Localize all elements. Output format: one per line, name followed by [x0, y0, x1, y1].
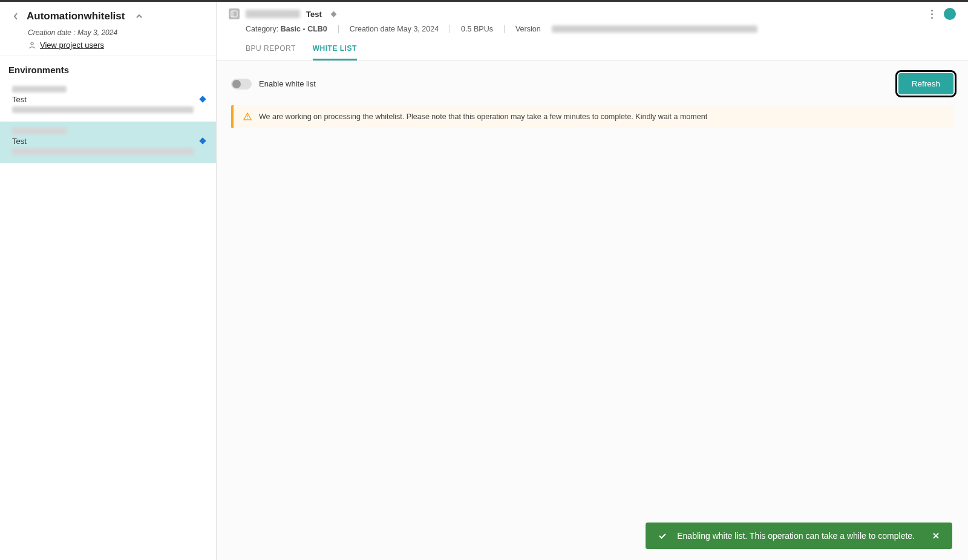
view-project-users-link[interactable]: View project users [40, 41, 104, 50]
redacted-text [12, 148, 194, 155]
chevron-left-icon [13, 12, 19, 21]
close-icon[interactable] [932, 532, 940, 540]
divider [450, 25, 450, 33]
redacted-text [12, 128, 67, 134]
sidebar: Automationwhitelist Creation date : May … [0, 2, 217, 560]
toggle-knob [232, 80, 241, 88]
redacted-text [552, 25, 757, 33]
user-icon [28, 41, 36, 50]
environments-title: Environments [8, 65, 214, 75]
sidebar-header: Automationwhitelist Creation date : May … [0, 2, 216, 56]
creation-date-text: Creation date May 3, 2024 [350, 25, 439, 33]
diamond-icon [330, 11, 336, 17]
more-actions-button[interactable] [927, 8, 937, 20]
collapse-sidebar-button[interactable] [229, 8, 240, 19]
environment-badge: Test [306, 10, 322, 19]
project-caret[interactable] [134, 11, 144, 21]
svg-rect-1 [231, 11, 237, 17]
creation-date-label: Creation date : May 3, 2024 [28, 28, 205, 37]
enable-whitelist-toggle[interactable] [231, 79, 252, 90]
tabs: BPU REPORT WHITE LIST [246, 44, 956, 60]
tab-white-list[interactable]: WHITE LIST [313, 44, 357, 60]
warning-icon [243, 112, 252, 121]
main-panel: Test Category: Basic - CLB0 Creation dat… [217, 2, 968, 560]
processing-alert: We are working on processing the whiteli… [231, 105, 953, 128]
alert-message: We are working on processing the whiteli… [259, 112, 707, 121]
svg-point-0 [31, 42, 33, 44]
user-avatar[interactable] [944, 8, 956, 20]
divider [504, 25, 505, 33]
redacted-text [246, 10, 300, 18]
environments-section-header: Environments [0, 56, 216, 80]
environment-type: Test [12, 95, 205, 104]
svg-point-4 [247, 118, 248, 119]
environment-item[interactable]: Test [0, 80, 216, 122]
chevron-up-icon [136, 14, 143, 19]
redacted-text [12, 106, 194, 113]
check-icon [658, 531, 667, 541]
environment-item[interactable]: Test [0, 122, 216, 163]
back-button[interactable] [11, 11, 21, 21]
view-users-row: View project users [28, 41, 205, 50]
category-text: Category: Basic - CLB0 [246, 25, 327, 33]
environment-type: Test [12, 137, 205, 146]
project-title: Automationwhitelist [27, 10, 125, 22]
redacted-text [12, 86, 67, 93]
topbar: Test Category: Basic - CLB0 Creation dat… [217, 2, 968, 60]
toast-message: Enabling white list. This operation can … [677, 531, 915, 541]
success-toast: Enabling white list. This operation can … [646, 523, 952, 549]
divider [338, 25, 339, 33]
enable-whitelist-label: Enable white list [259, 79, 316, 88]
version-label: Version [515, 25, 541, 33]
whitelist-content: Enable white list Refresh We are working… [217, 60, 968, 560]
panel-left-icon [231, 10, 238, 18]
tab-bpu-report[interactable]: BPU REPORT [246, 44, 296, 60]
bpus-text: 0.5 BPUs [461, 25, 493, 33]
header-meta: Category: Basic - CLB0 Creation date May… [246, 25, 956, 33]
refresh-button[interactable]: Refresh [898, 73, 953, 94]
